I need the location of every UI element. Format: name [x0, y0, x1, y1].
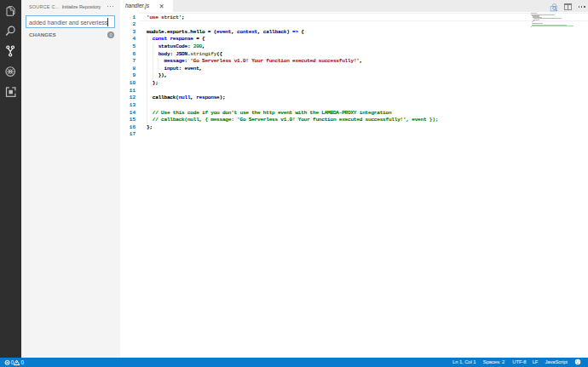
svg-text:0: 0 — [11, 359, 14, 365]
svg-text:0: 0 — [21, 359, 25, 365]
